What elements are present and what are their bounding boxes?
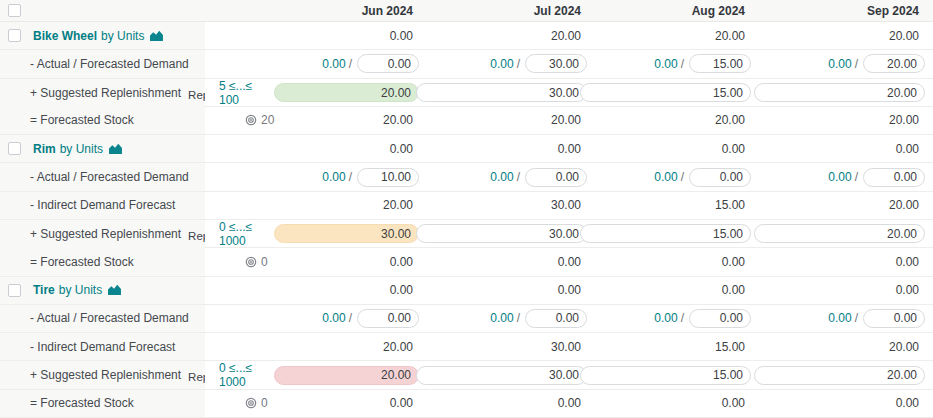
forecast-demand-input[interactable] — [863, 54, 925, 73]
product-cell: Bike Wheelby Units — [0, 22, 205, 49]
demand-cell: 0.00/ — [427, 168, 595, 187]
replenish-button[interactable]: Replenish — [188, 371, 205, 383]
replenishment-input[interactable] — [416, 366, 587, 385]
indirect-demand-row: - Indirect Demand Forecast20.0030.0015.0… — [0, 333, 933, 361]
actual-demand-value: 0.00 — [654, 311, 677, 325]
replenishment-input[interactable] — [754, 83, 925, 102]
bullseye-icon — [245, 397, 257, 409]
select-all-checkbox[interactable] — [8, 4, 21, 17]
product-total-value: 0.00 — [759, 283, 933, 297]
product-total-value: 20.00 — [595, 29, 759, 43]
stock-row: = Forecasted Stock00.000.000.000.00 — [0, 390, 933, 418]
forecasted-stock-value: 0.00 — [595, 396, 759, 410]
slash-separator: / — [517, 311, 520, 325]
stock-row-label: = Forecasted Stock — [0, 390, 205, 417]
replenishment-input[interactable] — [416, 83, 587, 102]
product-total-value: 0.00 — [595, 283, 759, 297]
forecasted-stock-value: 0.00 — [390, 396, 413, 410]
replenish-button[interactable]: Replenish — [188, 230, 205, 242]
actual-demand-value: 0.00 — [490, 311, 513, 325]
forecasted-stock-value: 0.00 — [595, 255, 759, 269]
demand-cell: 0.00/ — [595, 309, 759, 328]
forecasted-stock-value: 0.00 — [390, 255, 413, 269]
demand-cell: 0.00/ — [759, 168, 933, 187]
product-row: Bike Wheelby Units0.0020.0020.0020.00 — [0, 22, 933, 50]
indirect-demand-value: 30.00 — [427, 198, 595, 212]
indirect-demand-row: - Indirect Demand Forecast20.0030.0015.0… — [0, 192, 933, 220]
replenishment-cell — [759, 366, 933, 385]
actual-demand-value: 0.00 — [828, 57, 851, 71]
replenishment-cell — [427, 224, 595, 243]
stock-row-label: = Forecasted Stock — [0, 107, 205, 134]
area-chart-icon[interactable] — [107, 284, 122, 296]
forecasted-stock-value: 20.00 — [383, 113, 413, 127]
indirect-demand-value: 30.00 — [427, 340, 595, 354]
replenishment-cell: 0 ≤...≤ 1000 — [205, 361, 427, 389]
forecast-demand-input[interactable] — [525, 54, 587, 73]
product-checkbox[interactable] — [8, 29, 21, 42]
replenishment-cell: 0 ≤...≤ 1000 — [205, 220, 427, 248]
indirect-demand-value: 15.00 — [595, 340, 759, 354]
product-name[interactable]: Rim — [33, 142, 56, 156]
replenishment-cell — [427, 366, 595, 385]
indirect-demand-value: 20.00 — [759, 198, 933, 212]
forecast-demand-input[interactable] — [689, 309, 751, 328]
column-header-sep: Sep 2024 — [759, 4, 933, 18]
forecast-demand-input[interactable] — [525, 309, 587, 328]
demand-row-label: - Actual / Forecasted Demand — [0, 50, 205, 77]
column-header-jun: Jun 2024 — [205, 4, 427, 18]
actual-demand-value: 0.00 — [322, 311, 345, 325]
product-name[interactable]: Bike Wheel — [33, 29, 97, 43]
product-checkbox[interactable] — [8, 142, 21, 155]
actual-demand-value: 0.00 — [828, 311, 851, 325]
product-total-value: 0.00 — [759, 142, 933, 156]
column-header-jul: Jul 2024 — [427, 4, 595, 18]
demand-cell: 0.00/ — [759, 309, 933, 328]
demand-row-label: - Actual / Forecasted Demand — [0, 305, 205, 332]
product-unit-label: by Units — [60, 142, 103, 156]
slash-separator: / — [855, 170, 858, 184]
replenishment-input[interactable] — [274, 224, 419, 243]
replenishment-input[interactable] — [416, 224, 587, 243]
product-total-value: 20.00 — [759, 29, 933, 43]
indirect-demand-value: 20.00 — [759, 340, 933, 354]
forecast-demand-input[interactable] — [357, 168, 419, 187]
forecast-demand-input[interactable] — [525, 168, 587, 187]
replenish-range: 0 ≤...≤ 1000 — [219, 361, 266, 389]
product-name[interactable]: Tire — [33, 283, 55, 297]
stock-target: 20 — [245, 113, 274, 127]
forecast-demand-input[interactable] — [689, 54, 751, 73]
demand-row: - Actual / Forecasted Demand0.00/0.00/0.… — [0, 305, 933, 333]
stock-cell: 00.00 — [205, 255, 427, 269]
replenishment-input[interactable] — [580, 366, 751, 385]
mps-table: Jun 2024 Jul 2024 Aug 2024 Sep 2024 Bike… — [0, 0, 933, 418]
forecast-demand-input[interactable] — [689, 168, 751, 187]
stock-target-value: 20 — [261, 113, 274, 127]
forecast-demand-input[interactable] — [863, 168, 925, 187]
area-chart-icon[interactable] — [149, 30, 164, 42]
demand-cell: 0.00/ — [427, 309, 595, 328]
forecast-demand-input[interactable] — [357, 309, 419, 328]
product-total-value: 0.00 — [595, 142, 759, 156]
actual-demand-value: 0.00 — [828, 170, 851, 184]
replenishment-input[interactable] — [274, 83, 419, 102]
forecasted-stock-value: 20.00 — [759, 113, 933, 127]
area-chart-icon[interactable] — [108, 143, 123, 155]
replenishment-input[interactable] — [580, 83, 751, 102]
slash-separator: / — [349, 170, 352, 184]
forecast-demand-input[interactable] — [863, 309, 925, 328]
product-row: Rimby Units0.000.000.000.00 — [0, 135, 933, 163]
actual-demand-value: 0.00 — [322, 57, 345, 71]
replenishment-input[interactable] — [754, 366, 925, 385]
replenishment-input[interactable] — [754, 224, 925, 243]
replenishment-input[interactable] — [580, 224, 751, 243]
slash-separator: / — [517, 170, 520, 184]
slash-separator: / — [855, 311, 858, 325]
stock-target: 0 — [245, 396, 268, 410]
replenishment-input[interactable] — [274, 366, 419, 385]
product-total-value: 0.00 — [427, 142, 595, 156]
product-checkbox[interactable] — [8, 284, 21, 297]
forecast-demand-input[interactable] — [357, 54, 419, 73]
replenish-button[interactable]: Replenish — [188, 89, 205, 101]
forecasted-stock-value: 0.00 — [427, 396, 595, 410]
